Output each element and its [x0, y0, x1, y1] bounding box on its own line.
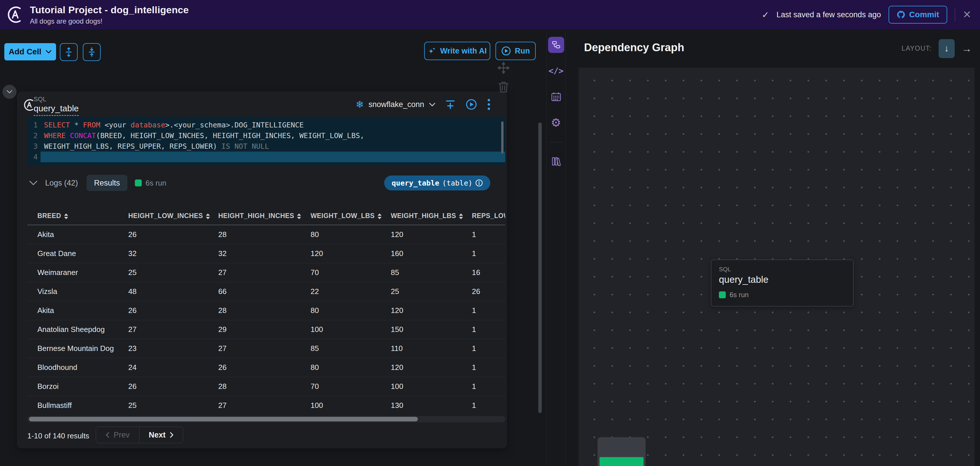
arrow-down-icon: ↓	[944, 43, 949, 54]
table-cell: Bernese Mountain Dog	[27, 339, 128, 358]
table-cell: 26	[472, 282, 505, 301]
table-cell: 1	[472, 225, 505, 244]
table-row: Akita2628801201	[27, 301, 505, 320]
graph-canvas[interactable]: SQL query_table 6s run	[579, 68, 975, 466]
layout-direction-button[interactable]: ↓	[939, 39, 955, 58]
table-cell: 26	[218, 358, 310, 377]
close-icon[interactable]: ✕	[963, 10, 971, 20]
write-with-ai-button[interactable]: Write with AI	[424, 42, 490, 60]
code-line[interactable]: 3WEIGHT_HIGH_LBS, REPS_UPPER, REPS_LOWER…	[27, 141, 505, 152]
add-filter-icon[interactable]	[445, 99, 455, 110]
sidebar-item-library[interactable]	[548, 153, 564, 169]
scrollbar-thumb[interactable]	[538, 122, 542, 413]
line-number: 2	[27, 132, 38, 140]
table-cell: 23	[128, 339, 218, 358]
cell-type-label: SQL	[33, 95, 46, 103]
cell-header: SQL query_table ❄ snowflake_conn	[18, 94, 506, 116]
sort-icon[interactable]	[64, 213, 68, 219]
collapse-cell-button[interactable]	[3, 85, 16, 99]
table-cell: 160	[391, 244, 472, 263]
chevron-down-icon[interactable]	[29, 180, 38, 186]
sort-icon[interactable]	[459, 213, 463, 219]
column-header[interactable]: HEIGHT_HIGH_INCHES	[218, 207, 310, 225]
cell-name-input[interactable]: query_table	[33, 103, 79, 116]
table-horizontal-scrollbar[interactable]	[27, 416, 505, 422]
project-title[interactable]: Tutorial Project - dog_intelligence	[30, 4, 189, 16]
table-cell: 48	[128, 282, 218, 301]
table-header-row: BREEDHEIGHT_LOW_INCHESHEIGHT_HIGH_INCHES…	[27, 207, 505, 225]
run-cell-icon[interactable]	[466, 99, 477, 110]
sidebar-item-schedule[interactable]	[548, 89, 564, 105]
connection-name: snowflake_conn	[369, 100, 425, 109]
prev-page-button[interactable]: Prev	[96, 427, 140, 443]
project-subtitle[interactable]: All dogs are good dogs!	[30, 17, 189, 25]
notebook-scrollbar[interactable]	[538, 116, 542, 447]
sort-icon[interactable]	[297, 213, 301, 219]
table-cell: 27	[128, 320, 218, 339]
code-scrollbar[interactable]	[501, 121, 504, 154]
collapse-panel-icon[interactable]: →	[962, 43, 972, 55]
output-name: query_table	[391, 179, 439, 187]
column-label: WEIGHT_HIGH_LBS	[391, 212, 456, 219]
code-line[interactable]: 1SELECT * FROM <your database>.<your_sch…	[27, 120, 505, 130]
table-cell: 100	[391, 377, 472, 396]
tab-logs[interactable]: Logs (42)	[45, 179, 78, 188]
table-cell: 1	[472, 396, 505, 415]
move-cell-icon[interactable]	[497, 62, 510, 74]
scrollbar-thumb[interactable]	[29, 417, 418, 421]
table-cell: Akita	[27, 301, 128, 320]
graph-node-query-table[interactable]: SQL query_table 6s run	[711, 259, 854, 307]
sort-icon[interactable]	[206, 213, 210, 219]
minimap-node	[600, 457, 644, 466]
commit-button[interactable]: Commit	[889, 6, 947, 24]
code-line[interactable]: 4	[27, 152, 505, 162]
run-success-indicator	[719, 291, 726, 298]
collapse-all-cells-button[interactable]	[83, 43, 101, 61]
sql-code-editor[interactable]: 1SELECT * FROM <your database>.<your_sch…	[27, 117, 505, 166]
line-number: 4	[27, 153, 38, 161]
table-cell: 25	[391, 282, 472, 301]
table-cell: 28	[218, 301, 310, 320]
project-title-block: Tutorial Project - dog_intelligence All …	[30, 4, 189, 25]
table-cell: 1	[472, 301, 505, 320]
info-icon[interactable]	[475, 179, 483, 187]
table-cell: 24	[128, 358, 218, 377]
add-cell-button[interactable]: Add Cell	[4, 43, 56, 60]
next-page-button[interactable]: Next	[140, 427, 183, 443]
tab-results[interactable]: Results	[87, 175, 127, 191]
table-cell: 28	[218, 225, 310, 244]
sidebar-item-dependency-graph[interactable]	[548, 37, 564, 53]
collapse-vertical-icon	[87, 47, 97, 57]
expand-all-cells-button[interactable]	[60, 43, 78, 61]
hex-logo-icon	[6, 6, 24, 24]
column-header[interactable]: HEIGHT_LOW_INCHES	[128, 207, 218, 225]
delete-cell-icon[interactable]	[498, 81, 509, 93]
column-header[interactable]: WEIGHT_LOW_LBS	[310, 207, 391, 225]
table-cell: 100	[310, 320, 391, 339]
cell-menu-icon[interactable]	[487, 99, 490, 110]
graph-minimap[interactable]	[598, 437, 646, 466]
column-header[interactable]: WEIGHT_HIGH_LBS	[391, 207, 472, 225]
table-cell: 66	[218, 282, 310, 301]
table-row: Anatolian Sheepdog27291001501	[27, 320, 505, 339]
column-header[interactable]: BREED	[27, 207, 128, 225]
column-header[interactable]: REPS_LOWER	[472, 207, 505, 225]
table-cell: Bullmastiff	[27, 396, 128, 415]
layout-label: LAYOUT:	[902, 45, 932, 52]
column-label: HEIGHT_LOW_INCHES	[128, 212, 203, 219]
sort-icon[interactable]	[377, 213, 382, 219]
connection-selector[interactable]: ❄ snowflake_conn	[356, 100, 436, 109]
run-button[interactable]: Run	[495, 42, 536, 60]
table-cell: Vizsla	[27, 282, 128, 301]
chevron-down-icon	[45, 50, 52, 54]
sidebar-item-settings[interactable]: ⚙	[548, 115, 564, 130]
table-cell: 27	[218, 263, 310, 282]
table-row: Akita2628801201	[27, 225, 505, 244]
table-cell: 25	[128, 396, 218, 415]
line-number: 3	[27, 142, 38, 150]
table-cell: 1	[472, 244, 505, 263]
output-table-badge[interactable]: query_table (table)	[384, 175, 490, 191]
code-line[interactable]: 2WHERE CONCAT(BREED, HEIGHT_LOW_INCHES, …	[27, 130, 505, 141]
expand-vertical-icon	[64, 47, 74, 57]
sidebar-item-code[interactable]: </>	[548, 63, 564, 79]
